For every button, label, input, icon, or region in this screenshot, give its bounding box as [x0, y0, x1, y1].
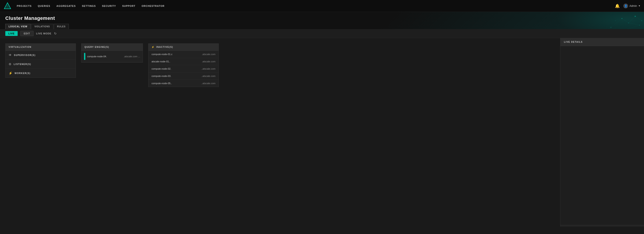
inactive-node-domain-2: ..atscale.com: [201, 67, 216, 70]
inactive-node-name-4: compute-node-05..: [152, 82, 172, 85]
inactive-node-domain-0: .atscale.com: [202, 53, 216, 55]
query-engine-header: QUERY ENGINE(S): [82, 44, 143, 51]
inactive-header: ⚡ INACTIVE(S): [148, 44, 218, 51]
node-active-indicator: [84, 53, 85, 60]
refresh-icon[interactable]: ↻: [54, 32, 57, 35]
logo[interactable]: [4, 2, 12, 10]
nav-item-aggregates[interactable]: AGGREGATES: [56, 4, 76, 8]
chevron-down-icon: ▼: [638, 5, 640, 7]
inactive-box: ⚡ INACTIVE(S) compute-node-01.c .atscale…: [148, 43, 219, 87]
bell-icon[interactable]: 🔔: [615, 3, 620, 8]
qe-node-row-0[interactable]: compute-node-04. .atscale.com ...: [82, 51, 143, 62]
nav-items: PROJECTS QUERIES AGGREGATES SETTINGS SEC…: [17, 4, 615, 8]
inactive-row-3[interactable]: compute-node-03. ..atscale.com: [148, 72, 218, 80]
qe-node-domain-0: .atscale.com ...: [124, 55, 140, 58]
inactive-node-domain-1: .atscale.com: [202, 60, 216, 63]
inactive-panel: ⚡ INACTIVE(S) compute-node-01.c .atscale…: [148, 43, 219, 221]
tabs-row: LOGICAL VIEW VIOLATIONS RULES: [5, 24, 639, 29]
virtualization-panel: VIRTUALIZATION 👁 SUPERVISOR(S) ⚙ LISTENE…: [5, 43, 76, 221]
nav-item-orchestrator[interactable]: ORCHESTRATOR: [142, 4, 164, 8]
inactive-row-2[interactable]: compute-node-02. ..atscale.com: [148, 65, 218, 72]
inactive-node-domain-4: ..atscale.com: [201, 82, 216, 85]
inactive-node-name-2: compute-node-02.: [152, 67, 171, 70]
svg-point-5: [639, 25, 640, 25]
topnav: PROJECTS QUERIES AGGREGATES SETTINGS SEC…: [0, 0, 644, 12]
worker-icon: ⚡: [8, 71, 12, 75]
page-title: Cluster Management: [5, 15, 639, 21]
admin-label: Admin: [630, 4, 637, 7]
supervisor-label: SUPERVISOR(S): [14, 54, 36, 56]
inactive-node-name-0: compute-node-01.c: [152, 53, 172, 55]
admin-avatar: 👤: [623, 3, 628, 8]
live-details-header: LIVE DETAILS: [560, 38, 644, 46]
listener-icon: ⚙: [8, 62, 12, 66]
listener-row[interactable]: ⚙ LISTENER(S): [6, 60, 76, 69]
page-header: Cluster Management LOGICAL VIEW VIOLATIO…: [0, 12, 644, 29]
inactive-row-1[interactable]: atscale-node-01.. .atscale.com: [148, 58, 218, 65]
svg-point-3: [628, 23, 629, 23]
listener-label: LISTENER(S): [14, 63, 31, 65]
tab-violations[interactable]: VIOLATIONS: [31, 24, 53, 29]
inactive-node-name-3: compute-node-03.: [152, 75, 171, 77]
virtualization-box: VIRTUALIZATION 👁 SUPERVISOR(S) ⚙ LISTENE…: [5, 43, 76, 78]
inactive-node-name-1: atscale-node-01..: [152, 60, 170, 63]
inactive-row-4[interactable]: compute-node-05.. ..atscale.com: [148, 80, 218, 87]
nav-item-settings[interactable]: SETTINGS: [82, 4, 96, 8]
nav-item-projects[interactable]: PROJECTS: [17, 4, 32, 8]
worker-label: WORKER(S): [14, 72, 30, 74]
canvas-area: VIRTUALIZATION 👁 SUPERVISOR(S) ⚙ LISTENE…: [0, 38, 560, 227]
nav-item-support[interactable]: SUPPORT: [122, 4, 136, 8]
virtualization-header: VIRTUALIZATION: [6, 44, 76, 51]
worker-small-icon: ⚡: [152, 46, 154, 48]
nav-right: 🔔 👤 Admin ▼: [615, 3, 640, 8]
live-details-body: [560, 46, 644, 225]
nav-item-queries[interactable]: QUERIES: [38, 4, 50, 8]
inactive-node-domain-3: ..atscale.com: [201, 75, 216, 77]
tab-logical-view[interactable]: LOGICAL VIEW: [5, 24, 31, 29]
live-mode-label: LIVE MODE: [36, 32, 52, 35]
svg-point-8: [642, 20, 642, 21]
supervisor-icon: 👁: [8, 53, 12, 57]
toolbar: LIVE EDIT LIVE MODE ↻: [0, 29, 644, 38]
live-button[interactable]: LIVE: [5, 31, 18, 36]
tab-rules[interactable]: RULES: [54, 24, 69, 29]
supervisor-row[interactable]: 👁 SUPERVISOR(S): [6, 51, 76, 60]
worker-row[interactable]: ⚡ WORKER(S): [6, 69, 76, 78]
inactive-header-label: INACTIVE(S): [156, 46, 173, 48]
live-details-sidebar: LIVE DETAILS: [560, 38, 644, 227]
query-engine-box: QUERY ENGINE(S) compute-node-04. .atscal…: [81, 43, 143, 63]
admin-button[interactable]: 👤 Admin ▼: [623, 3, 640, 8]
main-content: VIRTUALIZATION 👁 SUPERVISOR(S) ⚙ LISTENE…: [0, 38, 644, 227]
query-engine-panel: QUERY ENGINE(S) compute-node-04. .atscal…: [81, 43, 143, 221]
edit-button[interactable]: EDIT: [20, 31, 33, 36]
inactive-row-0[interactable]: compute-node-01.c .atscale.com: [148, 51, 218, 58]
qe-node-name-0: compute-node-04.: [87, 55, 122, 58]
nav-item-security[interactable]: SECURITY: [102, 4, 116, 8]
